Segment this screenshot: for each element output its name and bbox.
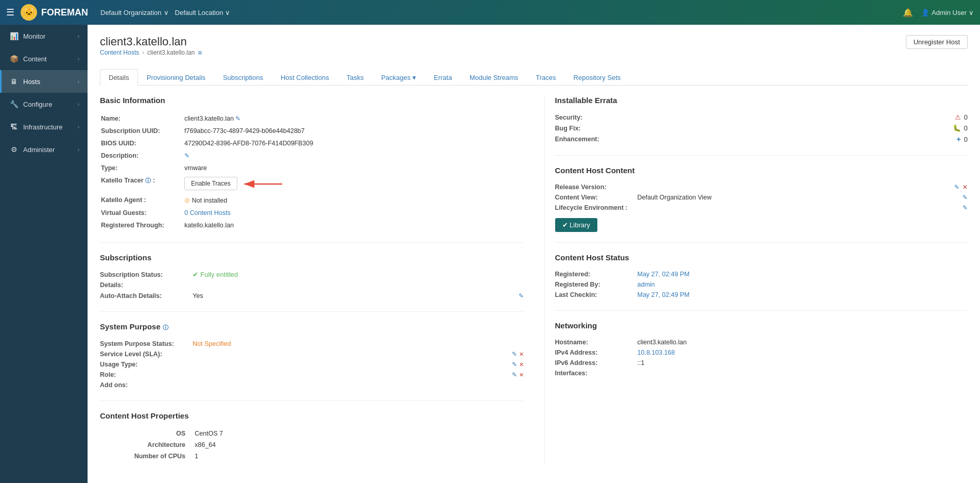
sidebar-item-hosts[interactable]: 🖥 Hosts › (0, 70, 88, 93)
brand-logo[interactable]: 🐱 FOREMAN (21, 4, 88, 21)
main-layout: 📊 Monitor › 📦 Content › 🖥 Hosts › 🔧 Conf… (0, 25, 980, 483)
sidebar-configure-label: Configure (23, 101, 52, 108)
tab-host-collections[interactable]: Host Collections (272, 69, 338, 86)
role-delete-icon[interactable]: ✕ (519, 372, 524, 378)
tab-packages-label: Packages (381, 74, 410, 81)
enable-traces-button[interactable]: Enable Traces (184, 177, 237, 190)
enhancement-errata-count: + 0 (957, 135, 968, 143)
sub-status-value: ✔ Fully entitled (193, 271, 238, 278)
tab-tasks[interactable]: Tasks (338, 69, 372, 86)
sub-uuid-row: Subscription UUID: f769abcc-773c-4897-94… (101, 125, 523, 137)
tab-provisioning[interactable]: Provisioning Details (138, 69, 214, 86)
administer-icon: ⚙ (10, 145, 18, 154)
enhancement-errata-row: Enhancement: + 0 (555, 134, 968, 145)
release-version-edit-icon[interactable]: ✎ (954, 184, 959, 191)
configure-chevron-icon: › (78, 102, 79, 107)
unregister-host-button[interactable]: Unregister Host (906, 35, 968, 49)
loc-label: Default Location (175, 9, 223, 16)
sidebar-item-administer[interactable]: ⚙ Administer › (0, 138, 88, 161)
sidebar-item-infrastructure[interactable]: 🏗 Infrastructure › (0, 115, 88, 138)
sidebar-item-content[interactable]: 📦 Content › (0, 47, 88, 70)
description-row: Description: ✎ (101, 150, 523, 161)
page-title: client3.katello.lan (100, 35, 202, 48)
hamburger-menu[interactable]: ☰ (6, 7, 14, 18)
tab-bar: Details Provisioning Details Subscriptio… (100, 69, 968, 86)
administer-chevron-icon: › (78, 147, 79, 153)
registered-by-value: admin (638, 281, 655, 288)
lifecycle-env-edit-icon[interactable]: ✎ (962, 204, 968, 211)
org-selector[interactable]: Default Organization ∨ (100, 9, 169, 16)
sp-role-row: Role: ✎ ✕ (100, 370, 524, 380)
num-cpus-row: Number of CPUs 1 (101, 451, 523, 461)
release-version-delete-icon[interactable]: ✕ (962, 184, 968, 191)
enhancement-errata-icon: + (957, 135, 961, 143)
right-column: Installable Errata Security: ⚠ 0 Bug Fix… (544, 96, 968, 462)
tab-subscriptions[interactable]: Subscriptions (214, 69, 272, 86)
notification-bell-icon[interactable]: 🔔 (903, 8, 913, 18)
content-area: client3.katello.lan Content Hosts › clie… (88, 25, 980, 483)
security-errata-value: 0 (964, 113, 968, 121)
sp-status-row: System Purpose Status: Not Specified (100, 339, 524, 349)
name-edit-icon[interactable]: ✎ (235, 115, 240, 122)
breadcrumb-current: client3.katello.lan (147, 49, 195, 56)
usage-edit-icon[interactable]: ✎ (512, 361, 517, 368)
ipv6-label: IPv6 Address: (555, 359, 638, 367)
os-label: OS (101, 428, 194, 439)
hosts-chevron-icon: › (78, 79, 79, 85)
description-label: Description: (101, 150, 183, 161)
sidebar-infrastructure-content: 🏗 Infrastructure (10, 123, 63, 131)
auto-attach-edit-icon[interactable]: ✎ (519, 292, 524, 299)
breadcrumb-edit-icon[interactable]: ≡ (198, 48, 202, 57)
sidebar-item-monitor[interactable]: 📊 Monitor › (0, 25, 88, 47)
breadcrumb-parent-link[interactable]: Content Hosts (100, 49, 139, 56)
content-view-edit-icon[interactable]: ✎ (962, 194, 968, 201)
basic-info-table: Name: client3.katello.lan ✎ Subscription… (100, 112, 524, 232)
tab-errata[interactable]: Errata (425, 69, 460, 86)
content-host-status-title: Content Host Status (555, 253, 968, 262)
top-navigation: ☰ 🐱 FOREMAN Default Organization ∨ Defau… (0, 0, 980, 25)
katello-agent-value: Not installed (192, 197, 227, 204)
security-errata-count: ⚠ 0 (955, 113, 968, 121)
library-badge-container: ✔ Library (555, 213, 968, 232)
registered-through-label: Registered Through: (101, 220, 183, 231)
tab-traces[interactable]: Traces (527, 69, 564, 86)
registered-by-label: Registered By: (555, 281, 638, 288)
katello-tracer-row: Katello Tracer ⓘ : Enable Traces (101, 175, 523, 193)
brand-name: FOREMAN (41, 7, 88, 18)
sub-uuid-label: Subscription UUID: (101, 125, 183, 137)
not-installed-icon: ⊘ (184, 197, 190, 204)
name-row: Name: client3.katello.lan ✎ (101, 113, 523, 124)
role-edit-icon[interactable]: ✎ (512, 371, 517, 378)
sidebar-administer-content: ⚙ Administer (10, 145, 55, 154)
sla-delete-icon[interactable]: ✕ (519, 351, 524, 358)
sp-usage-row: Usage Type: ✎ ✕ (100, 359, 524, 370)
user-menu[interactable]: 👤 Admin User ∨ (921, 9, 974, 16)
usage-delete-icon[interactable]: ✕ (519, 361, 524, 368)
description-edit-icon[interactable]: ✎ (184, 152, 190, 159)
tab-packages[interactable]: Packages ▾ (372, 69, 425, 86)
bugfix-errata-label: Bug Fix: (555, 125, 581, 132)
org-chevron-icon: ∨ (164, 9, 169, 16)
sidebar: 📊 Monitor › 📦 Content › 🖥 Hosts › 🔧 Conf… (0, 25, 88, 483)
system-purpose-info-icon[interactable]: ⓘ (163, 324, 168, 330)
content-view-label: Content View: (555, 194, 638, 201)
sla-edit-icon[interactable]: ✎ (512, 351, 517, 358)
num-cpus-label: Number of CPUs (101, 451, 194, 461)
virtual-guests-link[interactable]: 0 Content Hosts (184, 209, 231, 216)
sp-role-icons: ✎ ✕ (512, 371, 524, 378)
content-view-actions: ✎ (962, 194, 968, 201)
installable-errata-title: Installable Errata (555, 96, 968, 105)
sub-details-label: Details: (100, 281, 193, 289)
tab-details[interactable]: Details (100, 69, 138, 86)
ipv6-value: ::1 (638, 359, 645, 367)
registered-through-value: katello.katello.lan (184, 222, 234, 229)
sidebar-content-content: 📦 Content (10, 55, 47, 63)
location-selector[interactable]: Default Location ∨ (175, 9, 231, 16)
sidebar-item-configure[interactable]: 🔧 Configure › (0, 93, 88, 115)
tab-module-streams[interactable]: Module Streams (461, 69, 527, 86)
katello-tracer-label: Katello Tracer ⓘ : (101, 175, 183, 193)
sp-status-label: System Purpose Status: (100, 340, 193, 347)
tab-repository-sets[interactable]: Repository Sets (565, 69, 630, 86)
sub-details-row: Details: (100, 280, 524, 290)
tracer-info-icon[interactable]: ⓘ (145, 177, 151, 184)
